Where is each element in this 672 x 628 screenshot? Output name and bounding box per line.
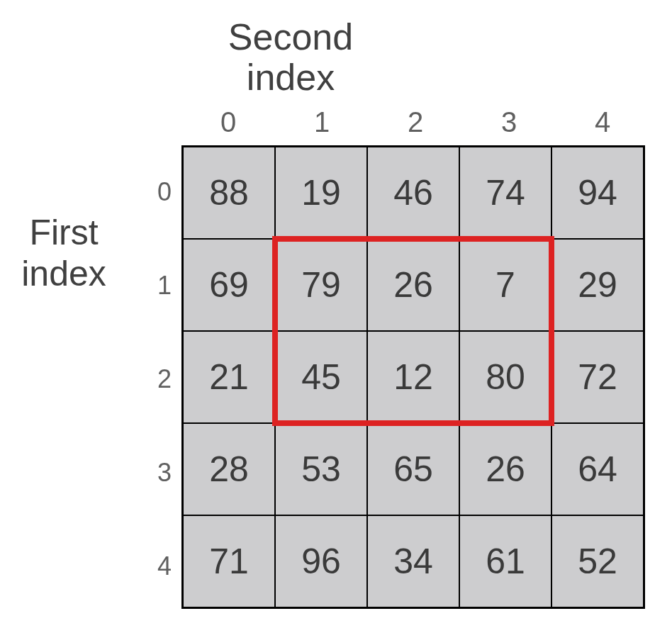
cell-3-0: 28	[183, 423, 275, 515]
row-header-3: 3	[142, 426, 177, 520]
cell-1-3: 7	[459, 239, 551, 331]
cell-3-4: 64	[551, 423, 644, 515]
row-header-4: 4	[142, 520, 177, 613]
cell-4-2: 34	[367, 515, 459, 607]
first-index-label: First index	[0, 213, 128, 294]
cell-2-3: 80	[459, 331, 551, 423]
cell-3-3: 26	[459, 423, 551, 515]
col-header-3: 3	[462, 106, 556, 138]
grid-row-2: 21 45 12 80 72	[183, 331, 644, 423]
grid-row-1: 69 79 26 7 29	[183, 239, 644, 331]
column-headers: 0 1 2 3 4	[181, 106, 649, 138]
grid-row-4: 71 96 34 61 52	[183, 515, 644, 607]
grid-row-0: 88 19 46 74 94	[183, 147, 644, 239]
cell-4-3: 61	[459, 515, 551, 607]
cell-0-0: 88	[183, 147, 275, 239]
cell-4-0: 71	[183, 515, 275, 607]
grid-row-3: 28 53 65 26 64	[183, 423, 644, 515]
first-index-line2: index	[21, 254, 106, 293]
diagram-container: Second index First index 0 1 2 3 4 0 1 2…	[0, 0, 672, 628]
cell-2-1: 45	[275, 331, 367, 423]
col-header-2: 2	[369, 106, 462, 138]
cell-3-2: 65	[367, 423, 459, 515]
cell-0-4: 94	[551, 147, 644, 239]
cell-2-0: 21	[183, 331, 275, 423]
cell-1-1: 79	[275, 239, 367, 331]
cell-4-1: 96	[275, 515, 367, 607]
second-index-label: Second index	[184, 17, 397, 98]
col-header-4: 4	[556, 106, 649, 138]
cell-0-1: 19	[275, 147, 367, 239]
col-header-1: 1	[275, 106, 369, 138]
cell-0-2: 46	[367, 147, 459, 239]
cell-1-2: 26	[367, 239, 459, 331]
row-header-0: 0	[142, 145, 177, 239]
row-header-1: 1	[142, 239, 177, 332]
row-header-2: 2	[142, 332, 177, 426]
col-header-0: 0	[181, 106, 275, 138]
row-headers: 0 1 2 3 4	[142, 145, 177, 613]
cell-2-4: 72	[551, 331, 644, 423]
second-index-line1: Second	[228, 16, 353, 57]
cell-1-0: 69	[183, 239, 275, 331]
cell-0-3: 74	[459, 147, 551, 239]
matrix-grid: 88 19 46 74 94 69 79 26 7 29 21 45 12 80…	[181, 145, 645, 609]
cell-2-2: 12	[367, 331, 459, 423]
second-index-line2: index	[247, 57, 335, 98]
cell-1-4: 29	[551, 239, 644, 331]
cell-3-1: 53	[275, 423, 367, 515]
cell-4-4: 52	[551, 515, 644, 607]
first-index-line1: First	[29, 213, 98, 252]
